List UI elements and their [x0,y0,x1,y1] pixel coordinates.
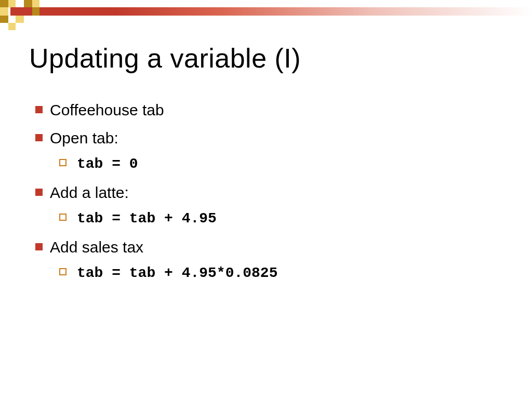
list-item: Open tab: tab = 0 [29,126,507,176]
pixel-block [24,0,32,7]
code-line: tab = tab + 4.95 [50,207,507,231]
code-sublist: tab = tab + 4.95 [50,207,507,231]
list-item: Add sales tax tab = tab + 4.95*0.0825 [29,235,507,285]
list-item: Add a latte: tab = tab + 4.95 [29,180,507,231]
list-item: Coffeehouse tab [29,98,507,123]
code-sublist: tab = tab + 4.95*0.0825 [50,262,507,285]
header-stripe [10,7,532,16]
list-item-text: Add a latte: [50,184,129,201]
code-line: tab = tab + 4.95*0.0825 [50,262,507,285]
pixel-block [8,0,16,7]
pixel-block [8,16,16,23]
list-item-text: Add sales tax [50,238,143,256]
slide-body: Updating a variable (I) Coffeehouse tab … [29,43,507,289]
pixel-block [8,23,16,30]
pixel-block [32,7,39,16]
slide-header-decoration [0,0,532,31]
pixel-block [32,0,39,7]
pixel-block [0,7,8,16]
code-line: tab = 0 [50,153,507,176]
bullet-list: Coffeehouse tab Open tab: tab = 0 Add a … [29,98,507,285]
pixel-block [16,16,24,23]
pixel-block [0,0,8,7]
list-item-text: Coffeehouse tab [50,101,164,118]
pixel-block [0,16,8,23]
code-sublist: tab = 0 [50,153,507,176]
list-item-text: Open tab: [50,129,118,147]
slide-title: Updating a variable (I) [29,43,507,74]
